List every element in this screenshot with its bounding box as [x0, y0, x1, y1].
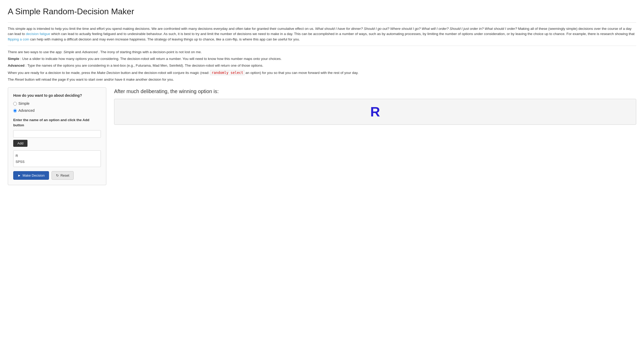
make-decision-icon: ►: [18, 174, 21, 177]
usage-section: There are two ways to use the app: Simpl…: [8, 50, 636, 82]
radio-advanced[interactable]: [13, 109, 17, 113]
option-text-input[interactable]: [13, 130, 101, 138]
intro-paragraph: This simple app is intended to help you …: [8, 26, 636, 42]
option-input-section: Enter the name of an option and click th…: [13, 117, 101, 147]
reset-button[interactable]: ↻ Reset: [52, 171, 74, 180]
intro-text-start: This simple app is intended to help you …: [8, 27, 315, 31]
usage-intro: There are two ways to use the app: Simpl…: [8, 50, 636, 55]
advanced-desc: Advanced : Type the names of the options…: [8, 63, 636, 68]
list-item: SPSS: [16, 159, 99, 165]
right-panel: After much deliberating, the winning opt…: [114, 87, 636, 125]
reset-desc: The Reset button will reload the page if…: [8, 77, 636, 82]
deciding-question: How do you want to go about deciding?: [13, 93, 101, 98]
options-list: RSPSS: [13, 150, 101, 167]
decision-fatigue-link[interactable]: decision fatigue: [26, 32, 50, 36]
simple-desc: Simple : Use a slider to indicate how ma…: [8, 56, 636, 61]
button-desc: When you are ready for a decision to be …: [8, 70, 636, 75]
mode-radio-group: Simple Advanced: [13, 101, 101, 113]
reset-label: Reset: [60, 174, 69, 177]
list-item: R: [16, 153, 99, 159]
result-box: R: [114, 99, 636, 125]
radio-advanced-label[interactable]: Advanced: [13, 108, 101, 113]
radio-advanced-text: Advanced: [18, 108, 34, 113]
radio-simple[interactable]: [13, 102, 17, 106]
left-panel: How do you want to go about deciding? Si…: [8, 87, 106, 185]
reset-icon: ↻: [56, 174, 59, 177]
make-decision-label: Make Decision: [23, 174, 45, 177]
main-layout: How do you want to go about deciding? Si…: [8, 87, 636, 185]
make-decision-button[interactable]: ► Make Decision: [13, 171, 49, 180]
action-buttons: ► Make Decision ↻ Reset: [13, 171, 101, 180]
page-title: A Simple Random-Decision Maker: [8, 5, 636, 18]
intro-italic-questions: What should I have for dinner? Should I …: [315, 27, 517, 31]
radio-simple-label[interactable]: Simple: [13, 101, 101, 106]
option-input-label: Enter the name of an option and click th…: [13, 117, 101, 128]
radio-simple-text: Simple: [18, 101, 30, 106]
add-button[interactable]: Add: [13, 140, 27, 147]
result-value: R: [370, 102, 380, 122]
flipping-coin-link[interactable]: flipping a coin: [8, 37, 29, 41]
result-heading: After much deliberating, the winning opt…: [114, 87, 636, 95]
